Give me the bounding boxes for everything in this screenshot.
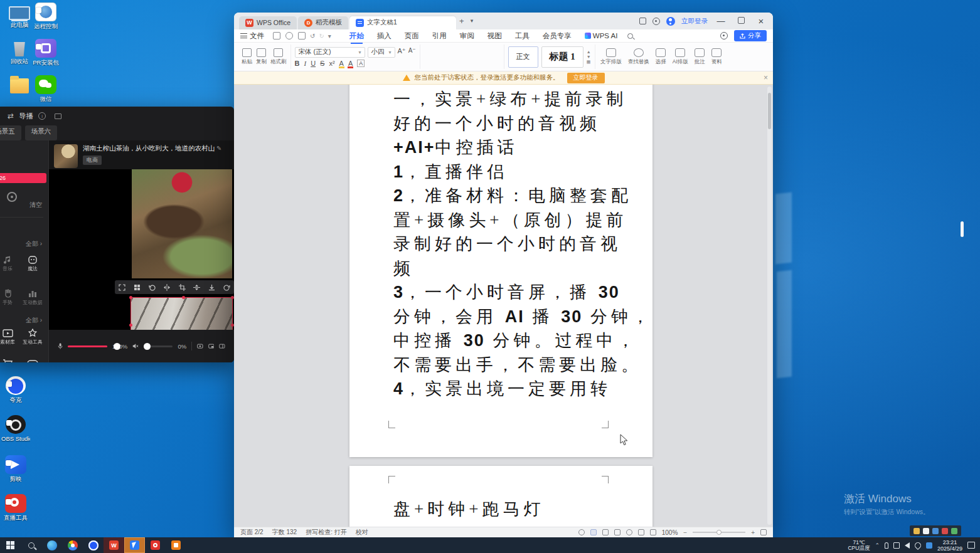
tools-all-link[interactable]: 全部 ›: [26, 240, 42, 248]
fullscreen-icon[interactable]: [134, 284, 141, 291]
print-icon[interactable]: [285, 32, 293, 40]
taskbar-edge[interactable]: [41, 537, 62, 553]
video-source-soil[interactable]: [132, 169, 232, 278]
desktop-icon-obs[interactable]: OBS Studio: [1, 415, 30, 442]
find-replace-button[interactable]: 查找替换: [628, 48, 649, 66]
download-icon[interactable]: [208, 284, 215, 291]
page-view-icon[interactable]: [590, 529, 597, 535]
font-color-button[interactable]: A: [348, 60, 353, 67]
scene-tab-5[interactable]: 场景五: [0, 125, 21, 140]
outline-view-icon[interactable]: [602, 529, 609, 535]
tab-review[interactable]: 审阅: [460, 31, 474, 41]
zoom-level[interactable]: 100%: [662, 529, 678, 536]
char-shading-button[interactable]: A: [357, 60, 365, 67]
align-right-icon[interactable]: [450, 58, 461, 66]
indent-increase-icon[interactable]: [464, 47, 474, 56]
clear-button[interactable]: 清空: [29, 201, 42, 209]
border-icon[interactable]: [490, 58, 500, 66]
increase-font-icon[interactable]: A⁺: [398, 47, 406, 58]
comment-button[interactable]: 批注: [695, 48, 705, 66]
select-button[interactable]: 选择: [656, 48, 666, 66]
tab-list-dropdown[interactable]: ▾: [471, 13, 474, 29]
tray-display-icon[interactable]: [893, 542, 900, 549]
word-count[interactable]: 字数 132: [272, 528, 297, 537]
material-button[interactable]: 资料: [711, 48, 722, 66]
vertical-scrollbar[interactable]: [767, 87, 772, 525]
tool-gesture[interactable]: 手势: [0, 288, 20, 305]
speaker-volume-slider[interactable]: [144, 345, 173, 347]
taskbar-clock[interactable]: 23:21 2025/4/29: [937, 539, 962, 552]
rotate-icon[interactable]: [149, 284, 156, 291]
search-icon[interactable]: [627, 33, 633, 39]
shading-icon[interactable]: [477, 58, 487, 66]
format-painter-button[interactable]: 格式刷: [270, 48, 287, 66]
ime-toolbar[interactable]: [910, 525, 961, 536]
notice-close-icon[interactable]: ×: [764, 73, 768, 82]
new-tab-button[interactable]: +: [459, 13, 464, 29]
layout-mode-icon[interactable]: [639, 18, 646, 24]
close-button[interactable]: ×: [754, 16, 768, 26]
edit-title-icon[interactable]: ✎: [216, 145, 221, 152]
scrollbar-thumb[interactable]: [768, 93, 771, 129]
paste-button[interactable]: 粘贴: [242, 48, 252, 66]
counter-bar[interactable]: 926: [0, 173, 46, 183]
zoom-in-button[interactable]: +: [751, 529, 755, 536]
taskbar-search[interactable]: [21, 537, 41, 553]
undo-icon[interactable]: ↺: [310, 33, 315, 40]
web-view-icon[interactable]: [626, 529, 632, 535]
notification-center-icon[interactable]: [967, 542, 975, 549]
panels-all-link[interactable]: 全部 ›: [26, 316, 42, 325]
toggle-panel-icon[interactable]: [219, 343, 225, 350]
tab-docer-template[interactable]: D 稻壳模板: [298, 16, 348, 29]
tool-music[interactable]: 音乐: [0, 255, 20, 271]
font-name-select[interactable]: 宋体 (正文)▾: [295, 47, 365, 58]
taskbar-quark[interactable]: [83, 537, 104, 553]
login-link[interactable]: 立即登录: [681, 17, 708, 26]
eye-protect-icon[interactable]: [578, 529, 585, 535]
stream-thumbnail[interactable]: [54, 144, 78, 168]
panel-ecommerce[interactable]: 百应电商: [0, 359, 20, 362]
screen-capture-icon[interactable]: [197, 343, 203, 350]
video-source-desk-selected[interactable]: [130, 297, 233, 330]
panel-interactive-tools[interactable]: 互动工具: [20, 329, 45, 345]
desktop-icon-this-pc[interactable]: 此电脑: [5, 4, 34, 28]
desktop-icon-remote-app[interactable]: 远程控制: [31, 3, 60, 29]
play-view-icon[interactable]: [614, 529, 620, 535]
maximize-button[interactable]: [734, 16, 748, 26]
tab-page[interactable]: 页面: [405, 31, 419, 41]
tab-wps-home[interactable]: W WPS Office: [239, 16, 297, 29]
tab-member[interactable]: 会员专享: [543, 31, 572, 41]
flip-horizontal-icon[interactable]: [163, 284, 171, 291]
zoom-slider[interactable]: [693, 532, 745, 533]
notice-login-button[interactable]: 立即登录: [567, 73, 605, 83]
desktop-icon-folder[interactable]: [5, 75, 34, 95]
align-center-icon[interactable]: [437, 58, 447, 66]
scene-tab-6[interactable]: 场景六: [25, 125, 58, 140]
record-icon[interactable]: [7, 192, 17, 202]
tool-magic[interactable]: 魔法: [20, 255, 45, 271]
taskbar-orange-app[interactable]: [166, 537, 186, 553]
save-icon[interactable]: [273, 32, 280, 40]
zoom-out-button[interactable]: −: [683, 529, 687, 536]
tab-insert[interactable]: 插入: [377, 31, 391, 41]
document-page-1[interactable]: 一，实景+绿布+提前录制好的一个小时的音视频+AI+中控插话1，直播伴侣2，准备…: [349, 85, 652, 457]
style-normal[interactable]: 正文: [508, 46, 538, 68]
desktop-icon-jianying[interactable]: 剪映: [1, 455, 30, 482]
taskbar-live-companion-active[interactable]: [124, 537, 145, 553]
fullscreen-icon[interactable]: [760, 529, 767, 535]
indent-decrease-icon[interactable]: [450, 47, 461, 56]
info-icon[interactable]: i: [38, 112, 46, 120]
desktop-icon-recycle-bin[interactable]: 回收站: [5, 39, 34, 65]
taskbar-red-app[interactable]: [145, 537, 166, 553]
highlight-button[interactable]: A: [339, 60, 344, 67]
edit-mode-icon[interactable]: [638, 529, 644, 535]
desktop-icon-quark[interactable]: 夸克: [1, 376, 30, 403]
fit-page-icon[interactable]: [650, 529, 656, 535]
settings-icon[interactable]: [652, 18, 660, 25]
sort-icon[interactable]: [490, 47, 500, 56]
speaker-muted-icon[interactable]: [132, 342, 139, 350]
avatar[interactable]: [666, 17, 675, 26]
tray-network-icon[interactable]: [913, 540, 922, 549]
tray-mic-icon[interactable]: [885, 542, 888, 549]
start-button[interactable]: [0, 537, 21, 553]
